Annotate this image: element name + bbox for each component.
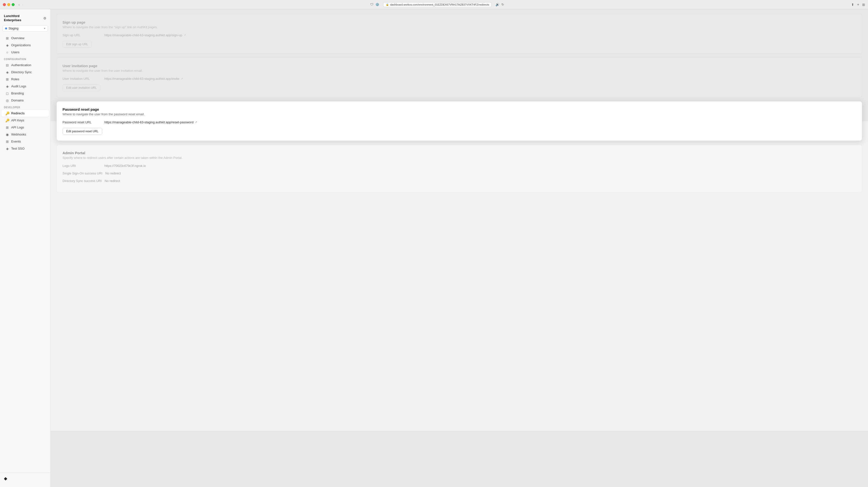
admin-sso-uri-field: Single Sign-On success URI No redirect [63,172,856,175]
organizations-icon: ◈ [5,43,9,47]
sidebar-item-label: Domains [11,98,24,102]
env-selector[interactable]: Staging ▾ [2,25,48,32]
card-title: Sign up page [63,20,856,24]
sidebar-footer: ◆ [0,473,50,484]
field-value: https://manageable-child-63-staging.auth… [104,120,197,124]
sidebar-item-redirects[interactable]: 🔑 Redirects [1,110,49,117]
url-text: dashboard.workos.com/environment_01EZDEX… [390,3,489,6]
url-bar[interactable]: 🔒 dashboard.workos.com/environment_01EZD… [383,2,492,7]
field-label: Password reset URL [63,120,101,124]
main-content: Sign up page Where to navigate the user … [51,9,868,487]
titlebar-actions: ⬆ + ⊞ [851,2,865,7]
nav-forward-button[interactable]: › [22,3,23,6]
card-title: Admin Portal [63,151,856,155]
settings-icon: ⚙️ [375,3,379,6]
sidebar-item-api-logs[interactable]: ⊞ API Logs [1,124,49,131]
workos-logo-icon: ◆ [4,476,7,481]
field-label: Single Sign-On success URI [63,172,102,175]
sidebar-item-label: Webhooks [11,132,26,136]
card-field-invitation-url: User invitation URL https://manageable-c… [63,77,856,81]
sidebar-item-label: Test SSO [11,147,25,150]
card-title: User invitation page [63,64,856,68]
card-field-signup-url: Sign up URL https://manageable-child-63-… [63,33,856,37]
sidebar-item-webhooks[interactable]: ◉ Webhooks [1,131,49,138]
brand-name: LunchfordEnterprises [4,14,22,22]
sidebar-item-label: Authentication [11,63,31,67]
audit-logs-icon: ◈ [5,84,9,88]
sign-up-page-card: Sign up page Where to navigate the user … [56,14,862,54]
card-desc: Where to navigate the user from the user… [63,69,856,72]
traffic-lights [3,3,14,6]
refresh-icon[interactable]: ↻ [501,3,504,6]
password-reset-page-card: Password reset page Where to navigate th… [56,101,862,141]
sidebar-item-test-sso[interactable]: ◈ Test SSO [1,145,49,152]
field-label: Logo URI [63,164,101,168]
field-value: https://manageable-child-63-staging.auth… [104,77,183,81]
branding-icon: ◻ [5,91,9,95]
env-indicator [5,28,7,29]
edit-invitation-url-button[interactable]: Edit user invitation URL [63,84,100,91]
directory-sync-icon: ◈ [5,70,9,74]
close-button[interactable] [3,3,6,6]
admin-dirsync-uri-field: Directory Sync success URI No redirect [63,179,856,183]
webhooks-icon: ◉ [5,132,9,136]
field-label: Sign up URL [63,33,101,37]
sidebar-item-events[interactable]: ⊞ Events [1,138,49,145]
admin-logo-uri-field: Logo URI https://70023c679c3f.ngrok.io [63,164,856,168]
api-logs-icon: ⊞ [5,125,9,129]
sidebar-item-label: Branding [11,91,24,95]
sidebar: LunchfordEnterprises ⚙ Staging ▾ ⊞ Overv… [0,9,51,487]
share-icon[interactable]: ⬆ [851,3,854,6]
sidebar-item-overview[interactable]: ⊞ Overview [1,35,49,41]
minimize-button[interactable] [7,3,10,6]
external-link-icon: ↗ [181,77,183,80]
field-value: https://manageable-child-63-staging.auth… [104,33,186,37]
domains-icon: ◎ [5,98,9,102]
authentication-icon: ⊟ [5,63,9,67]
fullscreen-button[interactable] [12,3,14,6]
external-link-icon: ↗ [184,34,186,37]
card-desc: Specify where to redirect users after ce… [63,156,856,159]
sidebar-item-label: API Logs [11,125,24,129]
edit-password-reset-url-button[interactable]: Edit password reset URL [63,128,102,135]
sidebar-item-organizations[interactable]: ◈ Organizations [1,42,49,49]
field-label: Directory Sync success URI [63,179,102,183]
sidebar-brand: LunchfordEnterprises ⚙ [0,12,50,25]
reset-url-text: https://manageable-child-63-staging.auth… [104,120,193,124]
edit-signup-url-button[interactable]: Edit sign up URL [63,41,92,48]
sidebar-item-label: Events [11,140,21,143]
field-value: https://70023c679c3f.ngrok.io [104,164,146,168]
titlebar-center: 🛡 ⚙️ 🔒 dashboard.workos.com/environment_… [25,2,849,7]
add-tab-icon[interactable]: + [857,2,859,7]
chevron-down-icon: ▾ [44,27,45,30]
settings-gear-icon[interactable]: ⚙ [43,16,46,20]
external-link-icon: ↗ [195,121,197,124]
user-invitation-page-card: User invitation page Where to navigate t… [56,58,862,97]
signup-url-text: https://manageable-child-63-staging.auth… [104,33,182,37]
nav-back-button[interactable]: ‹ [19,3,20,6]
tabs-icon[interactable]: ⊞ [862,3,865,6]
sidebar-item-roles[interactable]: ⊞ Roles [1,76,49,83]
sidebar-item-label: Roles [11,78,19,81]
env-label: Staging [8,27,42,30]
card-field-reset-url: Password reset URL https://manageable-ch… [63,120,856,124]
card-desc: Where to navigate the user from the pass… [63,112,856,116]
invitation-url-text: https://manageable-child-63-staging.auth… [104,77,179,81]
config-section-label: CONFIGURATION [0,56,50,62]
lock-icon: 🔒 [386,3,389,6]
sidebar-item-authentication[interactable]: ⊟ Authentication [1,62,49,69]
sidebar-item-audit-logs[interactable]: ◈ Audit Logs [1,83,49,90]
card-desc: Where to navigate the user from the "sig… [63,25,856,29]
sidebar-item-directory-sync[interactable]: ◈ Directory Sync [1,69,49,75]
app: LunchfordEnterprises ⚙ Staging ▾ ⊞ Overv… [0,9,868,487]
admin-portal-card: Admin Portal Specify where to redirect u… [56,145,862,193]
sidebar-item-domains[interactable]: ◎ Domains [1,97,49,104]
sidebar-item-label: Overview [11,36,24,40]
sidebar-item-users[interactable]: ○ Users [1,49,49,56]
card-title: Password reset page [63,107,856,112]
sidebar-item-api-keys[interactable]: 🔑 API Keys [1,117,49,124]
sidebar-item-branding[interactable]: ◻ Branding [1,90,49,97]
redirects-icon: 🔑 [5,112,9,115]
sidebar-item-label: Users [11,50,20,54]
field-label: User invitation URL [63,77,101,81]
